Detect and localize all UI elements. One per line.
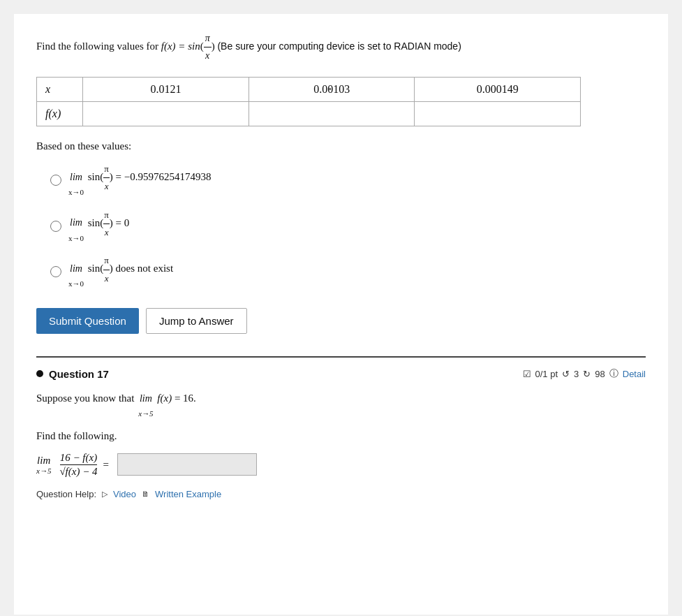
button-row: Submit Question Jump to Answer (36, 308, 646, 334)
x-value-3: 0.000149 (415, 77, 581, 101)
x-value-1: 0.0121 (83, 77, 249, 101)
q17-answer-box[interactable] (117, 453, 257, 476)
check-icon: ☑ (523, 369, 531, 379)
fx-input-cell-1[interactable] (83, 101, 249, 126)
equals-sign: = (103, 459, 109, 471)
question17-title-text: Question 17 (49, 368, 109, 380)
does-not-exist: does not exist (116, 263, 174, 274)
question17-body: Suppose you know that lim x→5 f(x) = 16. (36, 390, 646, 420)
cursor-marker: . (328, 79, 332, 94)
fraction: 16 − f(x) √f(x) − 4 (59, 452, 97, 478)
q17-fx: f(x) (157, 393, 172, 404)
q17-intro-text: Suppose you know that (36, 393, 134, 404)
question-help: Question Help: ▷ Video 🗎 Written Example (36, 489, 646, 499)
q17-answer-input[interactable] (118, 454, 256, 475)
page-container: Find the following values for f(x) = sin… (14, 14, 668, 615)
lim-sub-q17: x→5 (138, 407, 153, 420)
question17-meta: ☑ 0/1 pt ↺ 3 ↻ 98 ⓘ Detail (523, 367, 646, 380)
radio-option-2[interactable]: lim x→0 sin(πx) = 0 (50, 207, 646, 246)
radio-option-1[interactable]: lim x→0 sin(πx) = −0.95976254174938 (50, 161, 646, 200)
option3-label[interactable]: lim x→0 sin(πx) does not exist (68, 252, 173, 291)
fraction-denominator: √f(x) − 4 (59, 465, 97, 478)
section-divider (36, 356, 646, 358)
lim-sub-2: x→0 (68, 232, 84, 246)
doc-icon: 🗎 (142, 490, 149, 498)
q17-limit-expr: lim x→5 f(x) = 16. (137, 393, 196, 404)
x-value-2: 0.00103 . (249, 77, 415, 101)
submissions-text: 98 (595, 369, 605, 379)
written-example-link[interactable]: Written Example (155, 489, 221, 499)
lim-label: lim (37, 455, 50, 467)
q17-equals: = 16. (175, 393, 196, 404)
fx-input-cell-2[interactable] (249, 101, 415, 126)
retry-icon: ↺ (562, 369, 570, 379)
lim-sub-1: x→0 (68, 186, 84, 200)
based-on-label: Based on these values: (36, 140, 646, 152)
retries-text: 3 (574, 369, 579, 379)
fx-row-label: f(x) (37, 101, 83, 126)
x-row-label: x (37, 77, 83, 101)
info-icon[interactable]: ⓘ (609, 367, 618, 380)
limit-expression: lim x→5 16 − f(x) √f(x) − 4 = (36, 452, 109, 478)
video-icon: ▷ (102, 490, 108, 499)
fx-input-cell-3[interactable] (415, 101, 581, 126)
question17-title: Question 17 (36, 368, 109, 380)
detail-label[interactable]: Detail (623, 369, 646, 379)
submit-question-button[interactable]: Submit Question (36, 308, 139, 334)
limit-row: lim x→5 16 − f(x) √f(x) − 4 = (36, 452, 646, 478)
radio-opt3[interactable] (50, 266, 61, 277)
lim-word-1: lim (70, 168, 82, 186)
function-formula: f(x) = sin(πx) (161, 41, 218, 52)
option1-label[interactable]: lim x→0 sin(πx) = −0.95976254174938 (68, 161, 212, 200)
values-table: x 0.0121 0.00103 . 0.000149 f(x) (36, 77, 581, 126)
fx-input-2[interactable] (258, 108, 406, 119)
option2-label[interactable]: lim x→0 sin(πx) = 0 (68, 207, 129, 246)
submit-icon: ↻ (583, 369, 591, 379)
lim-word-2: lim (70, 214, 82, 231)
radian-note: (Be sure your computing device is set to… (217, 41, 461, 52)
video-link[interactable]: Video (113, 489, 136, 499)
radio-opt2[interactable] (50, 221, 61, 232)
question-dot (36, 370, 43, 377)
intro-text: Find the following values for (36, 41, 158, 52)
fx-input-3[interactable] (423, 108, 572, 119)
question17-header: Question 17 ☑ 0/1 pt ↺ 3 ↻ 98 ⓘ Detail (36, 367, 646, 380)
score-text: 0/1 pt (535, 369, 558, 379)
lim-word-q17: lim (140, 390, 152, 407)
fraction-numerator: 16 − f(x) (60, 452, 97, 465)
lim-word-3: lim (70, 260, 82, 277)
find-label: Find the following. (36, 430, 646, 442)
lim-sub-val: x→5 (36, 467, 51, 475)
radio-opt1[interactable] (50, 175, 61, 186)
question16-intro: Find the following values for f(x) = sin… (36, 31, 646, 64)
radio-option-3[interactable]: lim x→0 sin(πx) does not exist (50, 252, 646, 291)
jump-to-answer-button[interactable]: Jump to Answer (146, 308, 247, 334)
help-label: Question Help: (36, 489, 96, 499)
fx-input-1[interactable] (91, 108, 240, 119)
lim-sub-3: x→0 (68, 277, 84, 291)
